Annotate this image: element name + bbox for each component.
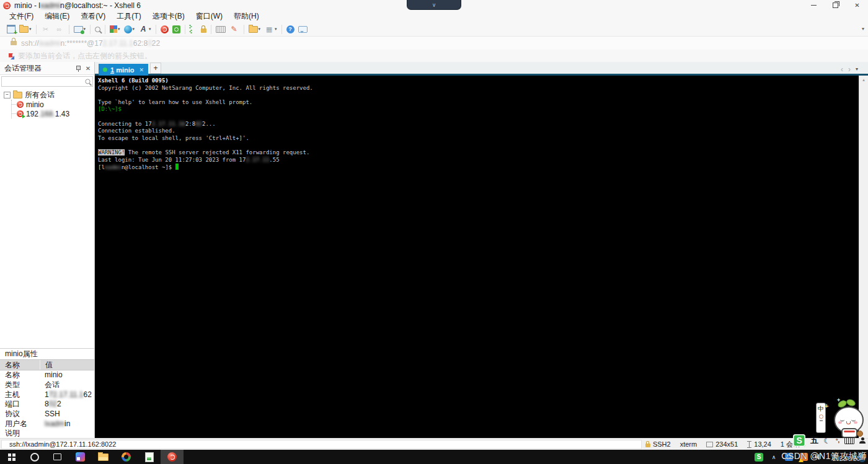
transparency-button[interactable]: ▦▾: [263, 23, 278, 35]
text-segment: 1.43: [55, 110, 69, 118]
dropdown-caret-icon[interactable]: ▾: [29, 27, 32, 32]
mascot-blush: [854, 421, 857, 424]
terminal-scrollbar[interactable]: ▴: [859, 76, 868, 439]
taskbar-navicat-button[interactable]: [115, 450, 138, 464]
menu-item-v[interactable]: 查看(V): [75, 10, 111, 23]
menu-item-w[interactable]: 窗口(W): [190, 10, 228, 23]
menu-item-h[interactable]: 帮助(H): [228, 10, 265, 23]
tab-minio[interactable]: 1 minio ✕: [99, 64, 148, 76]
tree-root-all-sessions[interactable]: − 所有会话: [4, 90, 94, 100]
feedback-icon: [298, 26, 308, 33]
moon-icon[interactable]: ☾: [823, 436, 831, 445]
tab-close-icon[interactable]: ✕: [140, 67, 144, 73]
sogou-logo-icon[interactable]: S: [793, 434, 805, 447]
tab-scroll-left-icon[interactable]: ‹: [841, 66, 843, 72]
font-button[interactable]: A▾: [137, 23, 153, 35]
tab-scroll-right-icon[interactable]: ›: [848, 66, 851, 72]
tray-sogou-tray-button[interactable]: S: [754, 452, 764, 462]
session-manager-header: 会话管理器 ✕: [0, 62, 94, 75]
virtual-keyboard-button[interactable]: [215, 23, 227, 35]
terminal-line: Connection established.: [98, 128, 856, 135]
taskbar-xshell-button[interactable]: [161, 450, 184, 464]
dropdown-caret-icon[interactable]: ▾: [275, 27, 277, 32]
punctuation-icon[interactable]: °,: [836, 437, 839, 444]
taskbar-notes-app-button[interactable]: [138, 450, 161, 464]
ime-mode-wubi[interactable]: 五: [810, 435, 818, 446]
session-properties-button[interactable]: ▾: [73, 23, 87, 35]
menu-item-t[interactable]: 工具(T): [111, 10, 146, 23]
menu-item-f[interactable]: 文件(F): [4, 10, 39, 23]
highlighter-button[interactable]: ✎: [228, 23, 241, 35]
dropdown-caret-icon[interactable]: ▾: [149, 27, 151, 32]
toolbar-overflow-button[interactable]: ▾: [862, 26, 864, 32]
color-scheme-button[interactable]: ▾: [108, 23, 122, 35]
tree-session-item[interactable]: minio: [12, 100, 94, 109]
restore-icon: [833, 2, 838, 8]
pin-icon[interactable]: [74, 64, 82, 72]
xshell-button[interactable]: [159, 23, 170, 35]
mascot-eye: [840, 418, 844, 421]
session-search-input[interactable]: [4, 77, 85, 86]
help-button[interactable]: ?: [285, 23, 296, 35]
panel-close-button[interactable]: ✕: [84, 65, 92, 72]
keyboard-icon[interactable]: [844, 437, 854, 444]
dropdown-caret-icon[interactable]: ▾: [133, 27, 135, 32]
taskbar: S∧ 2023/6/20: [0, 450, 868, 464]
find-button[interactable]: [94, 23, 102, 35]
transparency-icon: ▦: [264, 24, 274, 34]
dropdown-caret-icon[interactable]: ▾: [118, 27, 120, 32]
taskbar-start-button[interactable]: [0, 450, 23, 464]
text-segment: SSH: [45, 409, 60, 418]
text-segment: minio: [45, 370, 63, 379]
open-session-button[interactable]: ▾: [18, 23, 33, 35]
encoding-button[interactable]: ▾: [123, 23, 136, 35]
taskbar-cortana-search-button[interactable]: [23, 450, 46, 464]
recorder-collapse-button[interactable]: ∨: [407, 0, 461, 10]
new-folder-button[interactable]: ▾: [247, 23, 262, 35]
status-item-label: SSH2: [653, 440, 671, 448]
text-segment: n:*******@17: [60, 39, 102, 48]
lock-icon: [645, 444, 650, 447]
redacted-text: .168.: [38, 110, 55, 118]
new-session-icon: [7, 25, 16, 33]
feedback-button[interactable]: [297, 23, 309, 35]
new-tab-button[interactable]: +: [150, 63, 161, 74]
taskbar-file-explorer-button[interactable]: [92, 450, 115, 464]
terminal-text: [D:\~]$: [98, 106, 122, 112]
status-item: xterm: [680, 440, 698, 448]
xftp-button[interactable]: [171, 23, 182, 35]
fullscreen-button[interactable]: [188, 23, 198, 35]
terminal-output[interactable]: Xshell 6 (Build 0095)Copyright (c) 2002 …: [95, 76, 868, 439]
scroll-up-icon[interactable]: ▴: [862, 77, 865, 439]
menu-item-b[interactable]: 选项卡(B): [147, 10, 190, 23]
property-name: 主机: [0, 390, 40, 400]
disconnect-button[interactable]: ✂: [40, 23, 52, 35]
tree-session-item[interactable]: 192.168.1.43: [12, 109, 94, 118]
highlighter-icon: ✎: [229, 24, 239, 34]
minimize-button[interactable]: [803, 0, 825, 11]
cursor-position-icon: [747, 441, 751, 448]
taskbar-task-view-button[interactable]: [46, 450, 69, 464]
property-row: 主机172.17.11.162: [0, 390, 94, 400]
status-item: SSH2: [645, 440, 671, 448]
redacted-text: 02: [49, 400, 57, 408]
collapse-icon[interactable]: −: [4, 92, 11, 98]
restore-button[interactable]: [825, 0, 846, 11]
tray-hidden-icons-button[interactable]: ∧: [769, 452, 779, 462]
reconnect-button[interactable]: ∞: [53, 23, 66, 35]
properties-header: 名称 值: [0, 359, 94, 370]
address-bar[interactable]: ssh://lxadmin:*******@172.17.11.162:8022: [0, 37, 868, 50]
text-segment: 2: [57, 400, 61, 408]
user-icon[interactable]: [859, 437, 866, 444]
session-properties-icon: [74, 26, 83, 33]
taskbar-datagrip-button[interactable]: [69, 450, 92, 464]
menu-item-e[interactable]: 编辑(E): [39, 10, 75, 23]
close-button[interactable]: ✕: [846, 0, 868, 11]
tab-list-icon[interactable]: ▾: [856, 66, 858, 72]
desktop-pet[interactable]: 中 + +: [816, 400, 866, 438]
dropdown-caret-icon[interactable]: ▾: [259, 27, 261, 32]
new-session-button[interactable]: [6, 23, 17, 35]
session-manager-title: 会话管理器: [4, 63, 74, 74]
lock-screen-button[interactable]: [200, 23, 208, 35]
terminal-size-icon: [706, 442, 713, 447]
